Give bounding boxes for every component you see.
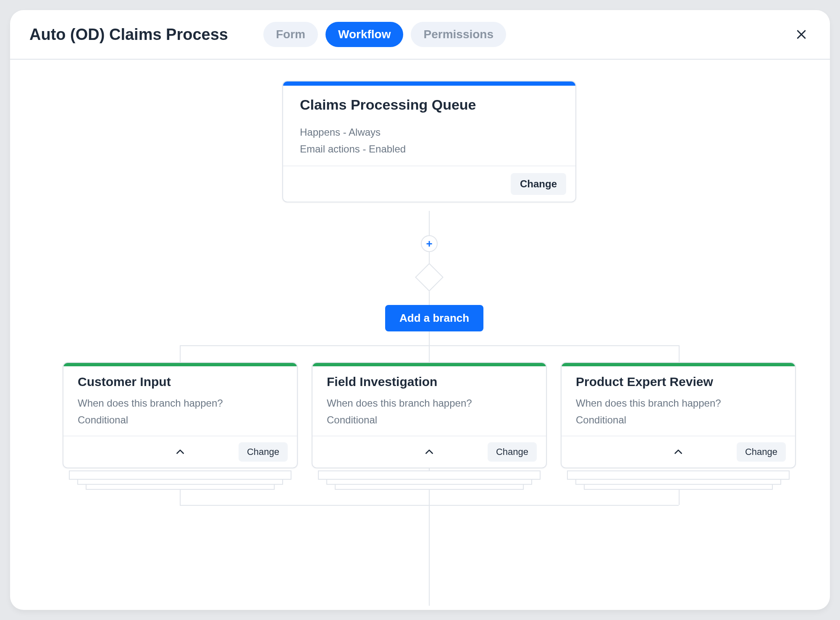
header: Auto (OD) Claims Process Form Workflow P…: [10, 10, 830, 60]
card-accent-bar: [312, 363, 546, 366]
change-button[interactable]: Change: [488, 442, 537, 462]
connector-line: [180, 505, 679, 506]
card-stack-shadow: [69, 470, 291, 480]
branch-card-customer-input[interactable]: Customer Input When does this branch hap…: [63, 362, 298, 468]
card-stack-shadow: [318, 470, 541, 480]
connector-line: [180, 345, 679, 346]
card-accent-bar: [63, 363, 297, 366]
change-button[interactable]: Change: [239, 442, 288, 462]
card-accent-bar: [283, 81, 575, 86]
decision-node[interactable]: [415, 263, 444, 292]
branch-question: When does this branch happen?: [327, 395, 532, 412]
branch-title: Customer Input: [78, 375, 283, 389]
tab-form[interactable]: Form: [263, 22, 318, 47]
workflow-canvas: Claims Processing Queue Happens - Always…: [10, 60, 830, 610]
tab-workflow[interactable]: Workflow: [326, 22, 403, 47]
card-stack-shadow: [567, 470, 790, 480]
tab-permissions[interactable]: Permissions: [411, 22, 506, 47]
tabs: Form Workflow Permissions: [263, 22, 506, 47]
change-button[interactable]: Change: [737, 442, 786, 462]
branch-question: When does this branch happen?: [576, 395, 781, 412]
branch-card-field-investigation[interactable]: Field Investigation When does this branc…: [312, 362, 547, 468]
branch-title: Field Investigation: [327, 375, 532, 389]
workflow-editor-window: Auto (OD) Claims Process Form Workflow P…: [10, 10, 830, 610]
branch-card-product-expert-review[interactable]: Product Expert Review When does this bra…: [561, 362, 796, 468]
branch-answer: Conditional: [78, 412, 283, 428]
chevron-up-icon[interactable]: [673, 447, 684, 457]
branch-title: Product Expert Review: [576, 375, 781, 389]
chevron-up-icon[interactable]: [175, 447, 186, 457]
branch-answer: Conditional: [576, 412, 781, 428]
card-accent-bar: [562, 363, 795, 366]
root-step-meta-1: Happens - Always: [300, 124, 559, 141]
chevron-up-icon[interactable]: [424, 447, 435, 457]
root-step-title: Claims Processing Queue: [300, 97, 559, 113]
add-branch-button[interactable]: Add a branch: [385, 305, 483, 331]
branch-answer: Conditional: [327, 412, 532, 428]
plus-icon: +: [426, 237, 432, 250]
branch-question: When does this branch happen?: [78, 395, 283, 412]
close-icon[interactable]: [792, 25, 811, 44]
root-step-card[interactable]: Claims Processing Queue Happens - Always…: [282, 81, 576, 202]
change-button[interactable]: Change: [511, 173, 566, 195]
page-title: Auto (OD) Claims Process: [29, 26, 228, 44]
root-step-meta-2: Email actions - Enabled: [300, 141, 559, 158]
add-step-button[interactable]: +: [421, 235, 438, 252]
